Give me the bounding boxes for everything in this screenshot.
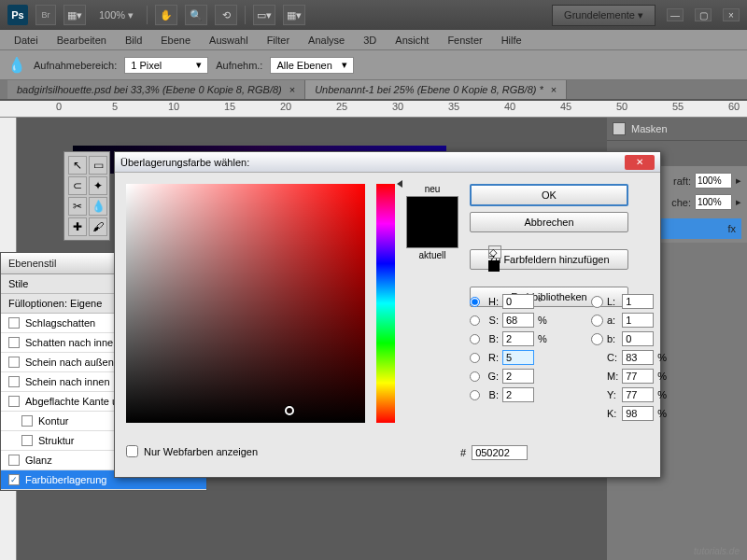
dialog-titlebar[interactable]: Überlagerungsfarbe wählen: ✕	[115, 152, 660, 173]
labb-radio[interactable]	[591, 333, 603, 345]
mask-icon	[613, 122, 626, 135]
sat-input[interactable]	[502, 313, 534, 328]
fill-label: che:	[671, 197, 691, 208]
minimize-button[interactable]: —	[667, 8, 684, 21]
sample-layer-label: Aufnehm.:	[216, 60, 262, 71]
checkbox-icon[interactable]	[8, 474, 20, 485]
k-input[interactable]	[622, 406, 654, 421]
checkbox-icon[interactable]	[21, 415, 33, 427]
a-radio[interactable]	[591, 315, 603, 327]
checkbox-icon[interactable]	[8, 455, 20, 466]
menu-fenster[interactable]: Fenster	[439, 32, 490, 49]
fill-input[interactable]	[695, 194, 732, 210]
crop-tool-icon[interactable]: ✂	[68, 197, 87, 216]
green-input[interactable]	[502, 369, 534, 384]
zoom-tool-icon[interactable]: 🔍	[185, 5, 207, 25]
document-tabs: badgirlsilhouette.psd bei 33,3% (Ebene 0…	[0, 80, 747, 101]
red-radio[interactable]	[470, 353, 480, 363]
cancel-button[interactable]: Abbrechen	[470, 212, 628, 232]
a-input[interactable]	[622, 313, 654, 328]
watermark-text: tutorials.de	[694, 546, 740, 556]
bri-input[interactable]	[502, 331, 534, 346]
screen-mode-button[interactable]: ▭▾	[253, 5, 275, 25]
layout-menu-button[interactable]: ▦▾	[63, 5, 86, 25]
menu-datei[interactable]: Datei	[6, 32, 47, 49]
marquee-tool-icon[interactable]: ▭	[89, 156, 107, 175]
sat-radio[interactable]	[470, 315, 480, 326]
red-input[interactable]	[502, 350, 534, 365]
checkbox-icon[interactable]	[8, 396, 20, 407]
close-icon[interactable]: ×	[289, 84, 295, 95]
menu-hilfe[interactable]: Hilfe	[493, 32, 530, 49]
document-tab-1[interactable]: badgirlsilhouette.psd bei 33,3% (Ebene 0…	[7, 80, 305, 99]
bridge-icon[interactable]: Br	[35, 5, 56, 25]
checkbox-icon[interactable]	[8, 357, 20, 368]
color-saturation-field[interactable]	[126, 184, 365, 423]
sample-size-select[interactable]: 1 Pixel▾	[124, 57, 208, 74]
m-input[interactable]	[622, 369, 654, 384]
arrange-docs-button[interactable]: ▦▾	[283, 5, 305, 25]
web-colors-checkbox[interactable]	[126, 445, 138, 457]
menu-bild[interactable]: Bild	[117, 32, 150, 49]
bri-radio[interactable]	[470, 334, 480, 344]
hue-input[interactable]	[502, 294, 534, 309]
menu-analyse[interactable]: Analyse	[300, 32, 353, 49]
r-label: R:	[484, 352, 499, 363]
document-tab-2[interactable]: Unbenannt-1 bei 25% (Ebene 0 Kopie 8, RG…	[305, 80, 567, 99]
ok-button[interactable]: OK	[470, 184, 628, 206]
blue-input[interactable]	[502, 387, 534, 402]
horizontal-ruler: 05 1015 2025 3035 4045 5055 6065	[0, 101, 747, 118]
close-window-button[interactable]: ×	[723, 8, 740, 21]
sample-layer-select[interactable]: Alle Ebenen▾	[270, 57, 354, 74]
y-input[interactable]	[622, 387, 654, 402]
hue-marker-icon[interactable]	[397, 180, 402, 188]
menu-filter[interactable]: Filter	[259, 32, 298, 49]
checkbox-icon[interactable]	[8, 337, 20, 348]
hue-radio[interactable]	[470, 297, 480, 307]
eyedropper-tool-icon[interactable]: 💧	[7, 56, 26, 74]
eyedropper-tool-icon[interactable]: 💧	[89, 197, 107, 216]
web-colors-label: Nur Webfarben anzeigen	[144, 446, 258, 457]
b-label: B:	[484, 333, 499, 344]
checkbox-icon[interactable]	[8, 317, 20, 329]
restore-button[interactable]: ▢	[695, 8, 712, 21]
lasso-tool-icon[interactable]: ⊂	[68, 176, 87, 195]
color-preview-new[interactable]	[406, 196, 458, 248]
wand-tool-icon[interactable]: ✦	[89, 176, 107, 195]
g-label: G:	[484, 371, 499, 382]
labb-input[interactable]	[622, 331, 654, 346]
menu-bearbeiten[interactable]: Bearbeiten	[49, 32, 115, 49]
menu-auswahl[interactable]: Auswahl	[201, 32, 257, 49]
close-dialog-button[interactable]: ✕	[625, 155, 655, 170]
m-label: M:	[607, 371, 618, 382]
current-color-label: aktuell	[419, 250, 446, 260]
move-tool-icon[interactable]: ↖	[68, 156, 87, 175]
zoom-display[interactable]: 100% ▾	[93, 9, 139, 21]
checkbox-icon[interactable]	[8, 376, 20, 387]
c-input[interactable]	[622, 350, 654, 365]
masks-panel-tab[interactable]: Masken	[607, 118, 747, 140]
heal-tool-icon[interactable]: ✚	[68, 217, 87, 236]
color-field-marker-icon[interactable]	[285, 406, 294, 415]
hex-input[interactable]	[472, 445, 528, 460]
l-input[interactable]	[622, 294, 654, 309]
hand-tool-icon[interactable]: ✋	[155, 5, 177, 25]
rotate-view-icon[interactable]: ⟲	[215, 5, 237, 25]
opacity-input[interactable]	[695, 173, 732, 189]
gamut-warning-icon[interactable]: ◇	[488, 245, 501, 259]
menu-ansicht[interactable]: Ansicht	[387, 32, 437, 49]
close-icon[interactable]: ×	[551, 84, 557, 95]
brush-tool-icon[interactable]: 🖌	[89, 217, 107, 236]
h-label: H:	[484, 296, 499, 307]
menu-ebene[interactable]: Ebene	[152, 32, 199, 49]
hue-slider[interactable]	[376, 184, 395, 423]
websafe-swatch-icon[interactable]	[488, 260, 500, 272]
opacity-label: raft:	[673, 175, 691, 187]
blue-radio[interactable]	[470, 390, 480, 400]
workspace-switcher-button[interactable]: Grundelemente ▾	[552, 5, 655, 26]
new-color-label: neu	[425, 184, 441, 194]
l-radio[interactable]	[591, 296, 603, 308]
checkbox-icon[interactable]	[21, 435, 33, 446]
menu-3d[interactable]: 3D	[355, 32, 385, 49]
green-radio[interactable]	[470, 371, 480, 382]
